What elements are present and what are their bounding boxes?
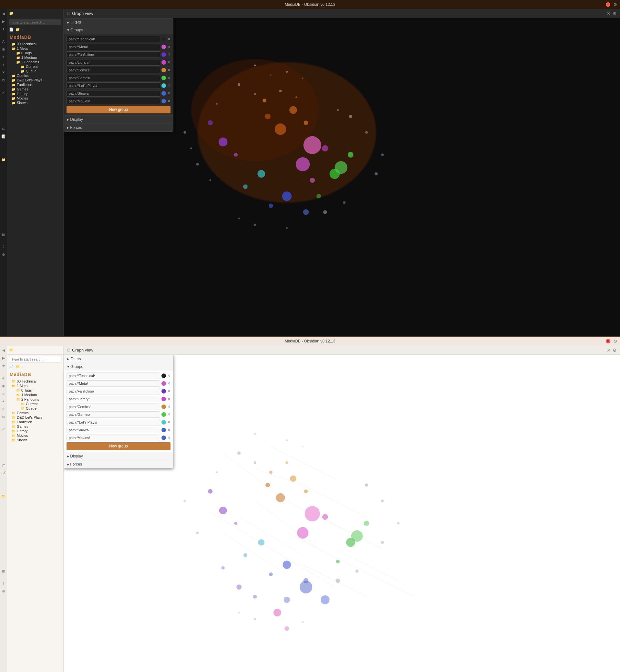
- tree-row[interactable]: 📁 Current: [7, 401, 63, 406]
- group-color-dot[interactable]: [161, 412, 166, 417]
- group-path-input[interactable]: [66, 373, 160, 379]
- tree-row[interactable]: 📁 1 Medium: [7, 55, 63, 60]
- tree-row[interactable]: 📁 2 Fandoms: [7, 397, 63, 401]
- group-remove-btn[interactable]: ✕: [167, 397, 170, 401]
- folder2-icon[interactable]: 📁: [1, 157, 6, 162]
- top-forces-row[interactable]: ▸ Forces: [64, 124, 173, 132]
- top-action-sort-icon[interactable]: ↕: [22, 28, 24, 32]
- bottom-grid-icon[interactable]: ⊞: [1, 569, 6, 574]
- group-path-input[interactable]: [66, 419, 160, 426]
- top-action-folder-icon[interactable]: 📁: [15, 28, 20, 32]
- tree-row[interactable]: 📁 2 Fandoms: [7, 60, 63, 64]
- group-color-dot[interactable]: [161, 420, 166, 425]
- group-color-dot[interactable]: [161, 37, 166, 41]
- group-remove-btn[interactable]: ✕: [167, 84, 170, 88]
- group-path-input[interactable]: [66, 90, 160, 97]
- bottom-action-sort-icon[interactable]: ↕: [22, 365, 24, 369]
- resize-icon[interactable]: ⤢: [1, 90, 6, 95]
- group-remove-btn[interactable]: ✕: [167, 413, 170, 417]
- group-color-dot[interactable]: [161, 45, 166, 49]
- bottom-folder2-icon[interactable]: 📁: [1, 494, 6, 499]
- group-color-dot[interactable]: [161, 435, 166, 440]
- group-remove-btn[interactable]: ✕: [167, 405, 170, 409]
- forward-icon[interactable]: ▶: [1, 19, 6, 24]
- group-color-dot[interactable]: [161, 428, 166, 432]
- tree-row[interactable]: 📁 Shows: [7, 100, 63, 105]
- bottom-note-icon[interactable]: 📝: [1, 470, 6, 476]
- plus-icon[interactable]: +: [1, 62, 6, 67]
- bottom-groups-header[interactable]: ▾ Groups: [64, 363, 173, 371]
- tree-row[interactable]: 📁 Movies: [7, 96, 63, 100]
- tree-row[interactable]: 📁 Library: [7, 429, 63, 433]
- tree-row[interactable]: 📁 Fanfiction: [7, 420, 63, 424]
- group-color-dot[interactable]: [161, 381, 166, 386]
- star-icon[interactable]: ★: [1, 27, 6, 32]
- list-icon[interactable]: ≡: [1, 54, 6, 59]
- bottom-graph-settings-btn[interactable]: ⚙: [613, 348, 617, 353]
- group-path-input[interactable]: [66, 36, 160, 42]
- bottom-filters-header[interactable]: ▸ Filters: [64, 355, 173, 363]
- bottom-display-row[interactable]: ▸ Display: [64, 452, 173, 460]
- top-graph-settings-btn[interactable]: ⚙: [613, 11, 617, 16]
- top-groups-header[interactable]: ▾ Groups: [64, 26, 173, 34]
- group-path-input[interactable]: [66, 388, 160, 394]
- group-color-dot[interactable]: [161, 374, 166, 378]
- group-color-dot[interactable]: [161, 99, 166, 103]
- group-color-dot[interactable]: [161, 60, 166, 64]
- group-color-dot[interactable]: [161, 83, 166, 88]
- group-path-input[interactable]: [66, 403, 160, 410]
- bottom-copy-icon[interactable]: ⧉: [1, 414, 6, 419]
- group-path-input[interactable]: [66, 75, 160, 81]
- top-close-btn[interactable]: ✕: [606, 2, 610, 7]
- tree-row[interactable]: 📁 0 Tags: [7, 388, 63, 392]
- tree-row[interactable]: 📁 D&D Let's Plays: [7, 78, 63, 82]
- group-path-input[interactable]: [66, 411, 160, 418]
- top-graph-close-btn[interactable]: ✕: [607, 11, 611, 16]
- group-remove-btn[interactable]: ✕: [167, 53, 170, 56]
- group-remove-btn[interactable]: ✕: [167, 374, 170, 378]
- bottom-settings-btn[interactable]: ⚙: [613, 339, 617, 343]
- group-remove-btn[interactable]: ✕: [167, 382, 170, 385]
- bottom-list-icon[interactable]: ≡: [1, 391, 6, 396]
- gear-icon[interactable]: ⚙: [1, 252, 6, 257]
- tree-row[interactable]: 📁 Shows: [7, 438, 63, 442]
- group-remove-btn[interactable]: ✕: [167, 99, 170, 103]
- top-search-input[interactable]: [9, 19, 61, 25]
- bottom-action-folder-icon[interactable]: 📁: [15, 365, 20, 369]
- note-icon[interactable]: 📝: [1, 134, 6, 139]
- tree-row[interactable]: 📁 Fanfiction: [7, 82, 63, 87]
- group-remove-btn[interactable]: ✕: [167, 60, 170, 64]
- group-path-input[interactable]: [66, 380, 160, 387]
- group-remove-btn[interactable]: ✕: [167, 68, 170, 72]
- back-icon[interactable]: ◀: [1, 11, 6, 16]
- group-color-dot[interactable]: [161, 397, 166, 401]
- bottom-gear-icon[interactable]: ⚙: [1, 589, 6, 594]
- group-color-dot[interactable]: [161, 389, 166, 393]
- group-remove-btn[interactable]: ✕: [167, 91, 170, 95]
- group-path-input[interactable]: [66, 82, 160, 89]
- tree-row[interactable]: 📁 Comics: [7, 411, 63, 415]
- bottom-new-group-btn[interactable]: New group: [66, 442, 170, 450]
- group-remove-btn[interactable]: ✕: [167, 45, 170, 49]
- top-action-note-icon[interactable]: 📄: [9, 28, 13, 32]
- tree-row[interactable]: 📁 Games: [7, 87, 63, 91]
- bottom-star-icon[interactable]: ★: [1, 363, 6, 368]
- group-path-input[interactable]: [66, 427, 160, 433]
- bottom-resize-icon[interactable]: ⤢: [1, 426, 6, 432]
- group-path-input[interactable]: [66, 98, 160, 104]
- tree-row[interactable]: 📁 Current: [7, 64, 63, 69]
- bottom-circle-icon[interactable]: ◉: [1, 383, 6, 388]
- tree-row[interactable]: 📁 00 Technical: [7, 379, 63, 383]
- circle-icon[interactable]: ◉: [1, 47, 6, 52]
- copy-icon[interactable]: ⧉: [1, 78, 6, 83]
- bottom-forces-row[interactable]: ▸ Forces: [64, 460, 173, 468]
- cross-icon[interactable]: ✕: [1, 70, 6, 75]
- top-display-row[interactable]: ▸ Display: [64, 115, 173, 124]
- tree-row[interactable]: 📁 Queue: [7, 406, 63, 411]
- tree-row[interactable]: 📁 Movies: [7, 433, 63, 438]
- group-remove-btn[interactable]: ✕: [167, 420, 170, 424]
- group-remove-btn[interactable]: ✕: [167, 389, 170, 393]
- group-path-input[interactable]: [66, 44, 160, 50]
- tree-row[interactable]: 📂 1 Meta: [7, 383, 63, 388]
- tree-row[interactable]: 📁 Games: [7, 424, 63, 429]
